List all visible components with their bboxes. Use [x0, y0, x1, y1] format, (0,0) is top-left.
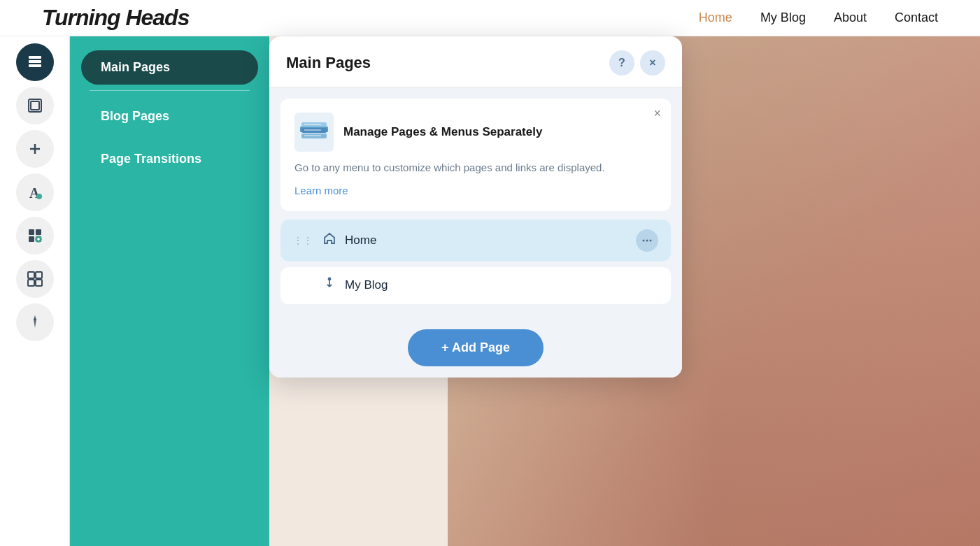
info-card-illustration: [294, 113, 334, 152]
apps-icon: [27, 227, 43, 244]
nav-item-about[interactable]: About: [834, 10, 867, 25]
info-card-close-button[interactable]: ×: [653, 107, 661, 120]
home-page-icon: [322, 231, 336, 249]
info-card: × Man: [280, 99, 671, 211]
page-list-item-home[interactable]: ⋮⋮ Home: [280, 220, 671, 261]
svg-point-31: [646, 239, 648, 241]
drag-handle-home[interactable]: ⋮⋮: [293, 235, 313, 246]
dialog-overlay: Main Pages ? × ×: [269, 36, 682, 519]
svg-rect-16: [28, 272, 34, 278]
website-nav: Home My Blog About Contact: [699, 10, 938, 25]
add-sidebar-button[interactable]: [16, 130, 54, 168]
svg-rect-17: [36, 272, 42, 278]
svg-rect-1: [29, 60, 41, 63]
svg-rect-0: [29, 56, 41, 59]
nav-item-blog[interactable]: My Blog: [760, 10, 806, 25]
svg-rect-10: [36, 229, 41, 235]
text-icon: A: [27, 184, 43, 201]
text-sidebar-button[interactable]: A: [16, 173, 54, 211]
pages-panel-main-pages[interactable]: Main Pages: [81, 50, 258, 85]
media-icon: [27, 271, 43, 287]
page-list-item-blog[interactable]: ⋮⋮ My Blog: [280, 267, 671, 304]
pen-icon: [27, 314, 43, 331]
apps-sidebar-button[interactable]: [16, 217, 54, 254]
layers-icon: [27, 97, 43, 114]
info-card-header: Manage Pages & Menus Separately: [294, 113, 657, 152]
website-logo: Turning Heads: [42, 5, 189, 31]
svg-point-32: [650, 239, 652, 241]
svg-rect-4: [31, 101, 39, 110]
dialog-header: Main Pages ? ×: [269, 36, 682, 76]
info-card-title: Manage Pages & Menus Separately: [343, 124, 542, 140]
svg-rect-11: [29, 236, 34, 242]
learn-more-link[interactable]: Learn more: [294, 185, 348, 196]
home-page-name: Home: [345, 234, 627, 247]
dialog-header-actions: ? ×: [609, 50, 665, 76]
svg-rect-18: [28, 280, 34, 286]
dialog-close-button[interactable]: ×: [640, 50, 665, 76]
info-card-body: Go to any menu to customize which pages …: [294, 160, 657, 176]
media-sidebar-button[interactable]: [16, 260, 54, 298]
svg-point-20: [34, 319, 36, 320]
nav-item-contact[interactable]: Contact: [895, 10, 938, 25]
pages-icon: [27, 54, 43, 71]
svg-rect-2: [29, 64, 41, 67]
website-header: Turning Heads Home My Blog About Contact: [0, 0, 980, 36]
dialog-footer: + Add Page: [269, 318, 682, 378]
home-page-more-button[interactable]: [636, 229, 658, 252]
editor-sidebar: A: [0, 36, 70, 546]
more-icon: [641, 235, 653, 246]
svg-point-33: [329, 278, 331, 280]
layers-sidebar-button[interactable]: [16, 87, 54, 124]
svg-rect-9: [29, 229, 34, 235]
dialog-title: Main Pages: [286, 54, 371, 72]
pages-panel-divider: [90, 90, 250, 91]
add-page-button[interactable]: + Add Page: [408, 329, 544, 366]
main-pages-dialog: Main Pages ? × ×: [269, 36, 682, 378]
blog-page-name: My Blog: [345, 278, 658, 292]
pages-panel: Main Pages Blog Pages Page Transitions: [70, 36, 269, 546]
add-icon: [27, 141, 43, 157]
blog-page-icon: [322, 277, 336, 294]
svg-rect-19: [36, 280, 42, 286]
dialog-body: × Man: [269, 87, 682, 318]
svg-point-8: [36, 194, 42, 199]
nav-item-home[interactable]: Home: [699, 10, 732, 25]
pages-panel-blog-pages[interactable]: Blog Pages: [81, 99, 258, 134]
svg-point-30: [643, 239, 645, 241]
dialog-help-button[interactable]: ?: [609, 50, 634, 76]
pages-panel-transitions[interactable]: Page Transitions: [81, 142, 258, 176]
pages-sidebar-button[interactable]: [16, 43, 54, 81]
page-list: ⋮⋮ Home: [280, 220, 671, 304]
pen-sidebar-button[interactable]: [16, 303, 54, 341]
